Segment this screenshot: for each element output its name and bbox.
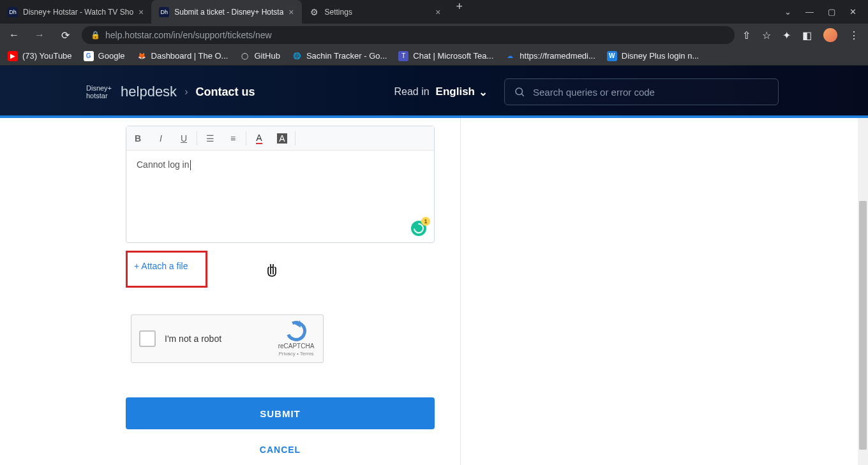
brand-block[interactable]: Disney+ hotstar helpdesk (86, 84, 177, 100)
lock-icon: 🔒 (91, 31, 100, 40)
ordered-list-button[interactable]: ≡ (221, 126, 244, 151)
back-button[interactable]: ← (5, 29, 23, 41)
recaptcha-logo: reCAPTCHA Privacy • Terms (277, 321, 315, 357)
close-window-icon[interactable]: ✕ (849, 7, 857, 17)
search-placeholder: Search queries or error code (533, 87, 655, 98)
page-header: Disney+ hotstar helpdesk › Contact us Re… (0, 66, 868, 118)
gear-icon: ⚙ (310, 7, 320, 17)
svg-point-0 (516, 88, 523, 95)
url-text: help.hotstar.com/in/en/support/tickets/n… (105, 30, 272, 40)
close-icon[interactable]: × (288, 7, 294, 17)
minimize-icon[interactable]: ― (805, 7, 814, 17)
close-icon[interactable]: × (435, 7, 440, 17)
recaptcha-checkbox[interactable] (139, 330, 156, 347)
tab-hotstar[interactable]: Dh Disney+ Hotstar - Watch TV Sho × (0, 0, 151, 24)
bookmark-dashboard[interactable]: 🦊Dashboard | The O... (137, 51, 228, 61)
underline-button[interactable]: U (172, 126, 195, 151)
attach-highlight-box: + Attach a file (126, 251, 207, 288)
editor-textarea[interactable]: Cannot log in 1 (126, 151, 434, 242)
extensions-icon[interactable]: ✦ (782, 29, 791, 41)
bookmark-disneyplus[interactable]: WDisney Plus login n... (607, 51, 699, 61)
scrollbar[interactable] (858, 118, 868, 465)
highlight-button[interactable]: A (271, 126, 294, 151)
close-icon[interactable]: × (138, 7, 144, 17)
helpdesk-label: helpdesk (121, 84, 177, 100)
language-selector[interactable]: English ⌄ (436, 85, 488, 99)
bold-button[interactable]: B (126, 126, 149, 151)
tab-label: Settings (325, 8, 431, 17)
editor-text: Cannot log in (137, 159, 191, 170)
bullet-list-button[interactable]: ☰ (198, 126, 221, 151)
maximize-icon[interactable]: ▢ (828, 7, 835, 17)
breadcrumb-contact-us: Contact us (195, 85, 255, 99)
svg-line-1 (521, 94, 523, 96)
scrollbar-thumb[interactable] (859, 201, 867, 450)
window-controls: ⌄ ― ▢ ✕ (773, 7, 868, 17)
browser-titlebar: Dh Disney+ Hotstar - Watch TV Sho × Dh S… (0, 0, 868, 24)
submit-button[interactable]: SUBMIT (126, 397, 435, 429)
bookmark-teams[interactable]: TChat | Microsoft Tea... (398, 51, 493, 61)
recaptcha-widget: I'm not a robot reCAPTCHA Privacy • Term… (131, 314, 324, 363)
browser-address-bar: ← → ⟳ 🔒 help.hotstar.com/in/en/support/t… (0, 24, 868, 47)
favicon: Dh (159, 7, 169, 17)
recaptcha-icon (286, 321, 306, 341)
read-in-label: Read in (394, 86, 429, 98)
ticket-form-panel: B I U ☰ ≡ A A Cannot log in 1 + Attach a… (100, 118, 461, 465)
browser-tabs: Dh Disney+ Hotstar - Watch TV Sho × Dh S… (0, 0, 773, 24)
hotstar-logo: Disney+ hotstar (86, 84, 112, 100)
editor-toolbar: B I U ☰ ≡ A A (126, 126, 434, 151)
bookmark-google[interactable]: GGoogle (84, 51, 125, 61)
cancel-link[interactable]: CANCEL (100, 445, 460, 455)
chevron-down-icon[interactable]: ⌄ (784, 7, 791, 17)
chevron-down-icon: ⌄ (479, 85, 488, 99)
share-icon[interactable]: ⇧ (742, 29, 751, 41)
kebab-menu-icon[interactable]: ⋮ (849, 29, 859, 41)
search-icon (514, 86, 525, 98)
chevron-right-icon: › (184, 86, 188, 98)
tab-label: Disney+ Hotstar - Watch TV Sho (23, 8, 133, 17)
favicon: Dh (8, 7, 18, 17)
bookmark-youtube[interactable]: ▶(73) YouTube (8, 51, 72, 61)
text-color-button[interactable]: A (248, 126, 271, 151)
forward-button[interactable]: → (31, 29, 49, 41)
search-input[interactable]: Search queries or error code (504, 78, 779, 105)
tab-label: Submit a ticket - Disney+ Hotsta (174, 8, 283, 17)
bookmarks-bar: ▶(73) YouTube GGoogle 🦊Dashboard | The O… (0, 47, 868, 66)
sidepanel-icon[interactable]: ◧ (802, 29, 812, 41)
new-tab-button[interactable]: + (449, 0, 471, 24)
tab-settings[interactable]: ⚙ Settings × (302, 0, 449, 24)
recaptcha-label: I'm not a robot (165, 334, 277, 344)
page-content: B I U ☰ ≡ A A Cannot log in 1 + Attach a… (0, 118, 868, 465)
tab-submit-ticket[interactable]: Dh Submit a ticket - Disney+ Hotsta × (151, 0, 301, 24)
profile-avatar[interactable] (823, 28, 837, 42)
url-field[interactable]: 🔒 help.hotstar.com/in/en/support/tickets… (82, 26, 735, 44)
italic-button[interactable]: I (149, 126, 172, 151)
bookmark-framed[interactable]: ☁https://framedmedi... (505, 51, 595, 61)
description-editor: B I U ☰ ≡ A A Cannot log in 1 (126, 126, 435, 243)
attach-file-link[interactable]: + Attach a file (134, 261, 188, 271)
mouse-cursor-icon (267, 263, 280, 278)
bookmark-github[interactable]: ◯GitHub (239, 51, 280, 61)
reload-button[interactable]: ⟳ (56, 29, 74, 41)
bookmark-sachin[interactable]: 🌐Sachin Tracker - Go... (292, 51, 387, 61)
grammarly-badge: 1 (421, 217, 430, 226)
bookmark-star-icon[interactable]: ☆ (762, 29, 771, 41)
